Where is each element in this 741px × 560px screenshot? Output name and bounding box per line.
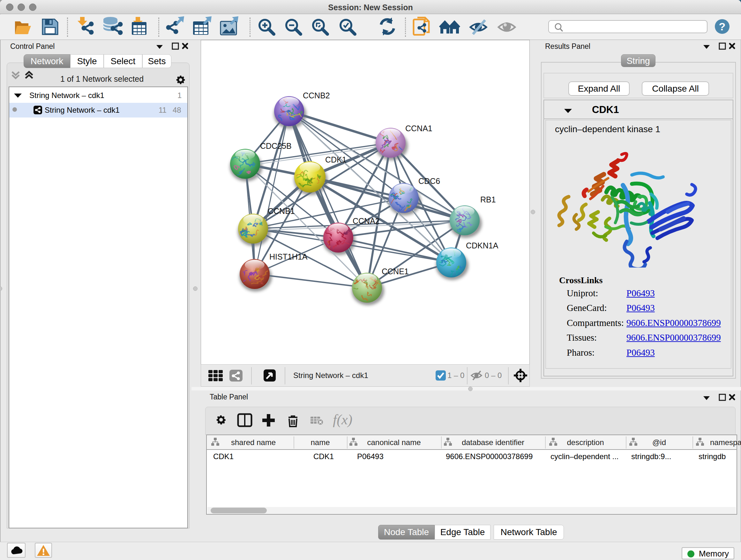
svg-text:CDK1: CDK1	[325, 155, 347, 164]
svg-text:RB1: RB1	[480, 195, 496, 204]
svg-text:CDC6: CDC6	[418, 177, 440, 186]
svg-text:CCNB2: CCNB2	[303, 91, 330, 100]
svg-text:CCNB1: CCNB1	[268, 206, 295, 215]
svg-text:f(x): f(x)	[333, 412, 352, 428]
svg-text:CDC25B: CDC25B	[260, 141, 292, 150]
svg-text:CDKN1A: CDKN1A	[466, 241, 498, 250]
svg-text:HIST1H1A: HIST1H1A	[269, 252, 308, 261]
svg-text:CCNA2: CCNA2	[353, 216, 380, 226]
svg-text:CCNE1: CCNE1	[382, 267, 409, 276]
svg-text:CCNA1: CCNA1	[405, 124, 432, 133]
